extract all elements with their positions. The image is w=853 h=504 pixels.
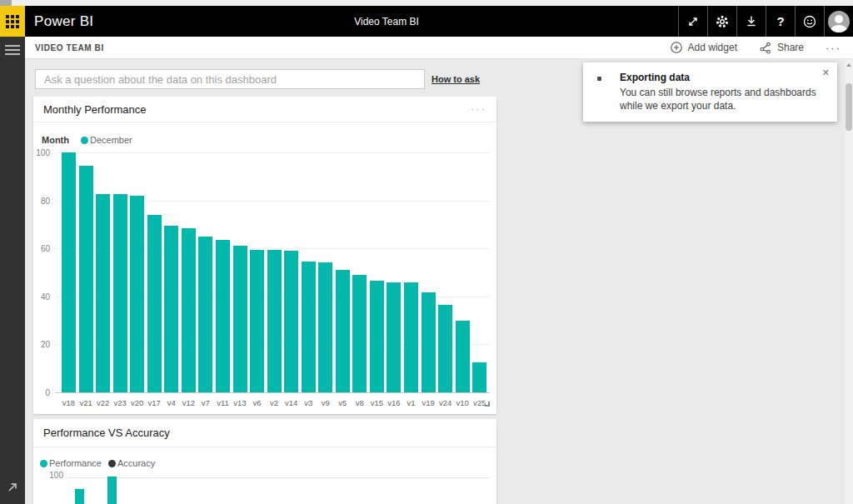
bar[interactable] (216, 240, 230, 392)
bar[interactable] (472, 362, 486, 392)
bar[interactable] (352, 275, 367, 392)
tile-header: Monthly Performance ··· (33, 97, 496, 122)
bar[interactable] (250, 250, 264, 392)
add-widget-label: Add widget (688, 42, 737, 53)
export-toast: Exporting data You can still browse repo… (583, 62, 837, 122)
vertical-scrollbar[interactable] (845, 59, 853, 504)
grid-line (67, 477, 490, 478)
bar[interactable] (456, 321, 470, 392)
bar[interactable] (113, 194, 127, 392)
browser-edge-corner (0, 0, 12, 6)
chart-legend: Month December (42, 135, 132, 145)
bar[interactable] (318, 262, 332, 392)
toast-bullet-icon (597, 77, 601, 81)
app-launcher-button[interactable] (0, 6, 25, 37)
monthly-performance-chart: Month December 020406080100v18v21v22v23v… (33, 122, 496, 414)
settings-button[interactable] (707, 6, 736, 37)
bar[interactable] (79, 166, 93, 392)
chart-legend: Performance Accuracy (40, 458, 155, 468)
bar[interactable] (182, 228, 196, 392)
performance-accuracy-chart: Performance Accuracy 100 (33, 447, 496, 504)
share-label: Share (777, 42, 804, 53)
gear-icon (714, 13, 731, 30)
help-button[interactable]: ? (766, 6, 795, 37)
legend-dot-icon (108, 460, 116, 467)
add-widget-button[interactable]: Add widget (670, 41, 737, 54)
add-widget-icon (670, 41, 683, 54)
legend-dot-icon (81, 137, 88, 144)
open-in-new-icon (6, 481, 19, 494)
browser-edge-strip (0, 0, 853, 6)
y-tick-label: 40 (33, 292, 50, 302)
help-icon: ? (776, 14, 784, 28)
bar[interactable] (164, 226, 178, 392)
dashboard-toolbar: VIDEO TEAM BI Add widget Share ··· (25, 37, 853, 59)
account-avatar-icon (828, 11, 850, 32)
legend-item-label: Performance (49, 458, 102, 468)
tile-header: Performance VS Accuracy (33, 419, 496, 447)
toast-body: You can still browse reports and dashboa… (620, 86, 826, 112)
bar[interactable] (284, 251, 298, 392)
brand-title: Power BI (34, 13, 93, 30)
bar[interactable] (302, 262, 316, 392)
legend-item-label: Accuracy (117, 458, 155, 468)
download-button[interactable] (736, 6, 766, 37)
scrollbar-thumb[interactable] (846, 83, 852, 131)
app-header: Power BI Video Team BI (0, 6, 853, 37)
y-tick-label: 80 (33, 197, 50, 206)
breadcrumb: VIDEO TEAM BI (35, 43, 104, 52)
dashboard-title-header: Video Team BI (337, 16, 436, 27)
x-category-label: v25 (469, 398, 491, 407)
fullscreen-icon (685, 13, 701, 30)
waffle-icon (6, 15, 19, 28)
toolbar-more-button[interactable]: ··· (826, 42, 841, 54)
sidebar-expand-button[interactable] (6, 481, 19, 497)
tile-monthly-performance[interactable]: Monthly Performance ··· Month December 0… (33, 97, 496, 414)
bar[interactable] (404, 282, 418, 392)
left-sidebar (0, 37, 25, 504)
legend-dot-icon (40, 460, 47, 467)
feedback-button[interactable] (795, 6, 824, 37)
bar[interactable] (267, 250, 282, 392)
sidebar-menu-button[interactable] (5, 45, 20, 57)
legend-title: Month (42, 135, 69, 145)
bar[interactable] (107, 477, 117, 504)
y-tick-label: 100 (38, 471, 63, 480)
fullscreen-button[interactable] (678, 6, 707, 37)
tile-title: Monthly Performance (43, 103, 147, 116)
toast-close-button[interactable]: ✕ (822, 67, 830, 78)
bar[interactable] (96, 194, 110, 392)
qa-search-input[interactable] (35, 69, 425, 89)
bar[interactable] (147, 215, 162, 392)
y-tick-label: 100 (33, 148, 50, 157)
bar[interactable] (422, 292, 436, 392)
bar[interactable] (438, 305, 452, 392)
bar[interactable] (370, 281, 384, 392)
bar[interactable] (233, 246, 247, 392)
tile-title: Performance VS Accuracy (43, 427, 170, 439)
x-axis-line (55, 392, 490, 393)
tile-menu-button[interactable]: ··· (471, 107, 486, 112)
scroll-up-arrow-icon[interactable] (846, 63, 851, 67)
bar[interactable] (62, 152, 76, 392)
share-button[interactable]: Share (759, 41, 804, 54)
smiley-icon (801, 13, 818, 30)
bar[interactable] (75, 489, 84, 504)
bar[interactable] (387, 282, 401, 392)
download-icon (743, 13, 760, 30)
bar[interactable] (336, 270, 350, 392)
y-tick-label: 60 (33, 244, 50, 253)
grid-line (55, 152, 490, 153)
account-button[interactable] (824, 6, 853, 37)
tile-performance-vs-accuracy[interactable]: Performance VS Accuracy Performance Accu… (33, 419, 496, 504)
how-to-ask-link[interactable]: How to ask (431, 74, 480, 84)
bar[interactable] (130, 196, 144, 392)
appbar-icon-group: ? (678, 6, 853, 37)
share-icon (759, 41, 772, 54)
legend-item-label: December (90, 135, 132, 145)
hamburger-icon (5, 45, 20, 47)
bar[interactable] (198, 237, 212, 392)
y-tick-label: 20 (33, 340, 50, 349)
legend-item-december: December (81, 135, 132, 145)
legend-item-performance: Performance (40, 458, 102, 468)
